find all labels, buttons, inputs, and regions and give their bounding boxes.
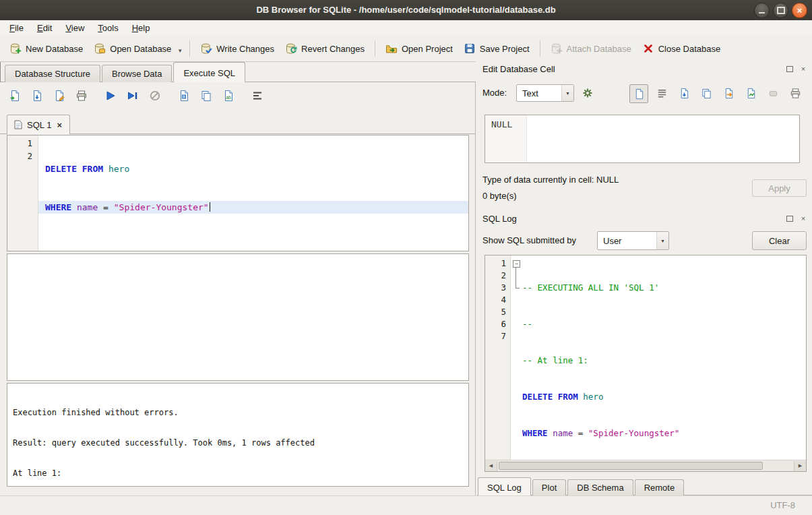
horizontal-scrollbar[interactable]: ◀ ▶ [485, 460, 806, 471]
fold-collapse-icon[interactable]: − [513, 260, 520, 268]
open-database-dropdown[interactable]: ▼ [175, 42, 185, 55]
duplicate-tab-button[interactable] [197, 87, 215, 104]
log-code-area: -- EXECUTING ALL IN 'SQL 1' -- -- At lin… [522, 255, 806, 471]
message-line: At line 1: [13, 468, 463, 479]
right-dock-area: Edit Database Cell × Mode: Text ▼ [476, 61, 812, 495]
log-line: -- EXECUTING ALL IN 'SQL 1' [522, 282, 806, 294]
main-toolbar: New Database Open Database ▼ Write Chang… [0, 36, 812, 62]
scrollbar-thumb[interactable] [499, 462, 763, 470]
format-sql-button[interactable] [248, 87, 266, 104]
copy-document-icon [701, 88, 712, 99]
editor-code-area[interactable]: DELETE FROM hero WHERE name = "Spider-Yo… [38, 135, 468, 251]
sql-log-view[interactable]: 1 2 3 4 5 6 7 − -- EXECUTING ALL IN 'SQL… [485, 255, 807, 472]
set-null-button[interactable] [764, 84, 782, 102]
new-database-button[interactable]: New Database [4, 39, 88, 58]
text-caret [210, 202, 211, 212]
database-revert-icon [285, 42, 297, 55]
main-tab-bar: Database Structure Browse Data Execute S… [0, 61, 480, 82]
stop-execution-button [146, 87, 164, 104]
log-line: WHERE name = "Spider-Youngster" [522, 427, 806, 440]
document-import-icon [679, 88, 690, 99]
line-number: 7 [485, 330, 506, 342]
sql-file-tab[interactable]: SQL 1 × [7, 115, 70, 134]
mode-settings-button[interactable] [578, 84, 597, 102]
play-to-line-icon [127, 90, 139, 102]
close-tab-icon[interactable]: × [56, 120, 63, 130]
code-line-1: DELETE FROM hero [38, 162, 468, 175]
tab-execute-sql[interactable]: Execute SQL [173, 62, 245, 82]
toolbar-separator [375, 40, 375, 57]
tab-database-structure[interactable]: Database Structure [5, 65, 100, 82]
dock-close-button[interactable]: × [799, 214, 808, 223]
cell-value-editor[interactable]: NULL [485, 115, 800, 163]
export-cell-data-button[interactable] [720, 84, 737, 102]
open-sql-file-icon [9, 90, 21, 102]
print-sql-button[interactable] [72, 87, 90, 104]
execute-all-button[interactable] [101, 87, 119, 104]
save-sql-file-as-button[interactable] [50, 87, 68, 104]
menu-edit[interactable]: Edit [30, 21, 59, 35]
scroll-left-button[interactable]: ◀ [485, 461, 497, 471]
encoding-indicator[interactable]: UTF-8 [770, 500, 795, 510]
query-results-grid[interactable] [7, 253, 469, 381]
scroll-right-button[interactable]: ▶ [794, 461, 806, 471]
save-project-button[interactable]: Save Project [458, 39, 535, 58]
menu-view[interactable]: View [59, 21, 91, 35]
execution-message-box[interactable]: Execution finished without errors. Resul… [7, 383, 469, 487]
find-replace-button[interactable]: ab [219, 87, 237, 104]
log-line: -- [522, 318, 806, 330]
minimize-button[interactable] [754, 3, 770, 18]
red-x-icon [642, 42, 654, 55]
maximize-icon [777, 7, 785, 14]
open-sql-tab-button[interactable] [175, 87, 193, 104]
word-wrap-button[interactable] [653, 84, 670, 102]
save-sql-file-button[interactable] [28, 87, 46, 104]
tab-remote[interactable]: Remote [635, 479, 685, 495]
execute-current-line-button[interactable] [123, 87, 142, 104]
open-database-button[interactable]: Open Database [88, 39, 177, 58]
fold-guide-end [516, 288, 520, 289]
mode-combobox[interactable]: Text ▼ [516, 84, 574, 102]
dock-float-button[interactable] [785, 214, 794, 223]
menu-tools[interactable]: Tools [91, 21, 125, 35]
mode-label: Mode: [482, 84, 507, 102]
print-cell-button[interactable] [786, 84, 804, 102]
line-number: 5 [485, 306, 506, 318]
copy-cell-data-button[interactable] [697, 84, 715, 102]
clear-log-button[interactable]: Clear [752, 231, 807, 250]
log-filter-combobox[interactable]: User ▼ [597, 231, 669, 250]
dock-close-button[interactable]: × [799, 64, 808, 73]
cell-edit-area[interactable] [527, 115, 799, 162]
save-project-label: Save Project [480, 44, 530, 54]
revert-changes-button[interactable]: Revert Changes [280, 39, 370, 58]
line-number: 2 [7, 150, 32, 162]
tab-sql-log[interactable]: SQL Log [478, 477, 531, 495]
tab-db-schema[interactable]: DB Schema [567, 479, 633, 495]
open-project-button[interactable]: Open Project [380, 39, 458, 58]
maximize-button[interactable] [773, 3, 788, 18]
write-changes-button[interactable]: Write Changes [195, 39, 280, 58]
sql-field-name: name [553, 428, 573, 438]
open-in-external-button[interactable] [742, 84, 759, 102]
tab-plot[interactable]: Plot [532, 479, 566, 495]
cell-size-info: 0 byte(s) [482, 191, 517, 201]
line-number: 6 [485, 318, 506, 330]
new-database-label: New Database [26, 44, 83, 54]
log-line: -- At line 1: [522, 355, 806, 367]
menu-help[interactable]: Help [125, 21, 157, 35]
sql-keyword: DELETE FROM [45, 164, 108, 174]
mode-value: Text [517, 88, 561, 98]
import-cell-data-button[interactable] [675, 84, 693, 102]
folder-open-icon [385, 42, 398, 55]
dock-float-button[interactable] [785, 64, 794, 73]
text-view-toggle-button[interactable] [629, 84, 648, 103]
document-export-icon [723, 88, 735, 99]
tab-browse-data[interactable]: Browse Data [102, 65, 172, 82]
sql-code-editor[interactable]: 1 2 DELETE FROM hero WHERE name = "Spide… [7, 135, 469, 251]
menu-file[interactable]: File [3, 21, 30, 35]
close-button[interactable]: × [792, 3, 807, 18]
close-database-button[interactable]: Close Database [637, 39, 726, 58]
log-filter-value: User [598, 236, 656, 246]
toolbar-separator [189, 40, 190, 57]
open-sql-file-button[interactable] [5, 87, 24, 104]
